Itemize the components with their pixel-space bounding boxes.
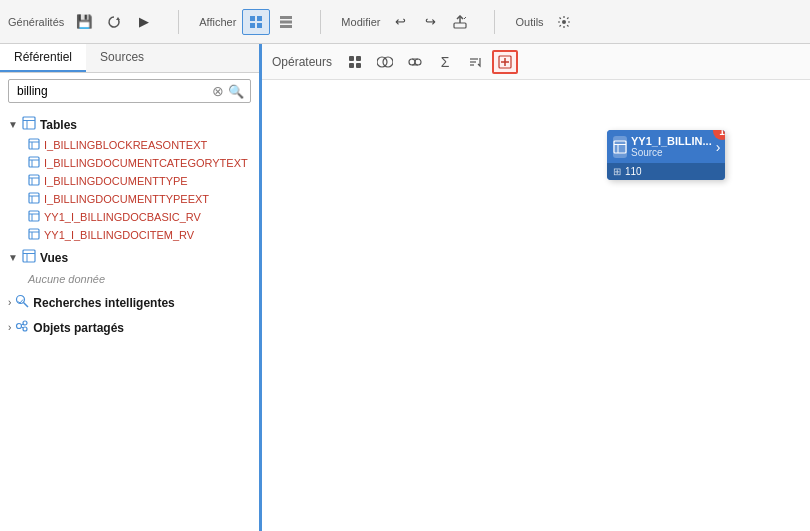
tables-section: ▼ Tables I_BILLINGBLOCKREASONTEXT bbox=[0, 113, 259, 244]
play-button[interactable]: ▶ bbox=[130, 9, 158, 35]
svg-point-36 bbox=[17, 324, 22, 329]
modifier-group: Modifier ↩ ↪ bbox=[341, 9, 474, 35]
recherches-icon bbox=[15, 294, 29, 311]
svg-line-40 bbox=[22, 327, 24, 328]
svg-rect-22 bbox=[29, 193, 39, 203]
aggregate-op-button[interactable]: Σ bbox=[432, 50, 458, 74]
outils-label: Outils bbox=[515, 16, 543, 28]
list-item[interactable]: I_BILLINGDOCUMENTTYPE bbox=[0, 172, 259, 190]
svg-point-46 bbox=[383, 57, 393, 67]
list-item[interactable]: I_BILLINGBLOCKREASONTEXT bbox=[0, 136, 259, 154]
generalites-label: Généralités bbox=[8, 16, 64, 28]
tables-label: Tables bbox=[40, 118, 77, 132]
sep2 bbox=[320, 10, 321, 34]
sep3 bbox=[494, 10, 495, 34]
tab-referentiel[interactable]: Référentiel bbox=[0, 44, 86, 72]
diagram-view-button[interactable] bbox=[242, 9, 270, 35]
search-icon[interactable]: 🔍 bbox=[226, 84, 246, 99]
svg-rect-7 bbox=[280, 25, 292, 28]
svg-point-9 bbox=[562, 20, 566, 24]
svg-rect-3 bbox=[250, 23, 255, 28]
operators-label: Opérateurs bbox=[272, 55, 332, 69]
objets-icon bbox=[15, 319, 29, 336]
recherches-label: Recherches intelligentes bbox=[33, 296, 174, 310]
source-footer: ⊞ 110 bbox=[607, 163, 725, 180]
refresh-button[interactable] bbox=[100, 9, 128, 35]
source-node[interactable]: 1 YY1_I_BILLIN... Source › ⊞ 110 bbox=[607, 130, 725, 180]
svg-rect-8 bbox=[454, 23, 466, 28]
svg-rect-42 bbox=[356, 56, 361, 61]
svg-rect-44 bbox=[356, 63, 361, 68]
clear-search-button[interactable]: ⊗ bbox=[210, 83, 226, 99]
svg-rect-31 bbox=[23, 250, 35, 262]
tables-header[interactable]: ▼ Tables bbox=[0, 113, 259, 136]
tables-chevron: ▼ bbox=[8, 119, 18, 130]
grid-op-button[interactable] bbox=[342, 50, 368, 74]
objets-section: › Objets partagés bbox=[0, 316, 259, 339]
svg-point-37 bbox=[23, 321, 27, 325]
recherches-chevron: › bbox=[8, 297, 11, 308]
table-icon bbox=[28, 138, 40, 152]
svg-line-39 bbox=[22, 324, 24, 325]
main-layout: Référentiel Sources ⊗ 🔍 ▼ Tables bbox=[0, 44, 810, 531]
table-name: I_BILLINGDOCUMENTTYPE bbox=[44, 175, 188, 187]
source-title: YY1_I_BILLIN... bbox=[631, 135, 712, 147]
objets-header[interactable]: › Objets partagés bbox=[0, 316, 259, 339]
source-count-icon: ⊞ bbox=[613, 166, 621, 177]
table-view-button[interactable] bbox=[272, 9, 300, 35]
tab-sources[interactable]: Sources bbox=[86, 44, 158, 72]
settings-button[interactable] bbox=[550, 9, 578, 35]
filter-op-button[interactable] bbox=[402, 50, 428, 74]
source-node-icon bbox=[613, 136, 627, 158]
objets-label: Objets partagés bbox=[33, 321, 124, 335]
source-count: 110 bbox=[625, 166, 642, 177]
svg-rect-13 bbox=[29, 139, 39, 149]
redo-button[interactable]: ↪ bbox=[416, 9, 444, 35]
table-name: YY1_I_BILLINGDOCBASIC_RV bbox=[44, 211, 201, 223]
list-item[interactable]: I_BILLINGDOCUMENTCATEGORYTEXT bbox=[0, 154, 259, 172]
vues-no-data: Aucune donnée bbox=[0, 269, 259, 289]
tabs: Référentiel Sources bbox=[0, 44, 259, 73]
objets-chevron: › bbox=[8, 322, 11, 333]
left-panel: Référentiel Sources ⊗ 🔍 ▼ Tables bbox=[0, 44, 262, 531]
search-input[interactable] bbox=[13, 82, 210, 100]
table-name: I_BILLINGDOCUMENTCATEGORYTEXT bbox=[44, 157, 248, 169]
list-item[interactable]: YY1_I_BILLINGDOCBASIC_RV bbox=[0, 208, 259, 226]
svg-rect-41 bbox=[349, 56, 354, 61]
join-op-button[interactable] bbox=[372, 50, 398, 74]
sort-op-button[interactable] bbox=[462, 50, 488, 74]
sep1 bbox=[178, 10, 179, 34]
tables-icon bbox=[22, 116, 36, 133]
afficher-group: Afficher bbox=[199, 9, 300, 35]
vues-section: ▼ Vues Aucune donnée bbox=[0, 246, 259, 289]
recherches-header[interactable]: › Recherches intelligentes bbox=[0, 291, 259, 314]
add-op-button[interactable] bbox=[492, 50, 518, 74]
svg-marker-0 bbox=[116, 17, 120, 20]
list-item[interactable]: YY1_I_BILLINGDOCITEM_RV bbox=[0, 226, 259, 244]
table-name: I_BILLINGBLOCKREASONTEXT bbox=[44, 139, 207, 151]
svg-point-38 bbox=[23, 327, 27, 331]
vues-header[interactable]: ▼ Vues bbox=[0, 246, 259, 269]
table-icon bbox=[28, 228, 40, 242]
undo-button[interactable]: ↩ bbox=[386, 9, 414, 35]
svg-rect-16 bbox=[29, 157, 39, 167]
source-header: YY1_I_BILLIN... Source › bbox=[607, 130, 725, 163]
list-item[interactable]: I_BILLINGDOCUMENTTYPEEXT bbox=[0, 190, 259, 208]
afficher-label: Afficher bbox=[199, 16, 236, 28]
svg-rect-10 bbox=[23, 117, 35, 129]
save-button[interactable]: 💾 bbox=[70, 9, 98, 35]
table-icon bbox=[28, 210, 40, 224]
svg-point-48 bbox=[415, 59, 421, 65]
outils-group: Outils bbox=[515, 9, 577, 35]
svg-line-35 bbox=[24, 303, 29, 308]
vues-label: Vues bbox=[40, 251, 68, 265]
table-icon bbox=[28, 156, 40, 170]
vues-icon bbox=[22, 249, 36, 266]
recherches-section: › Recherches intelligentes bbox=[0, 291, 259, 314]
table-icon bbox=[28, 174, 40, 188]
table-name: YY1_I_BILLINGDOCITEM_RV bbox=[44, 229, 194, 241]
table-name: I_BILLINGDOCUMENTTYPEEXT bbox=[44, 193, 209, 205]
export-button[interactable] bbox=[446, 9, 474, 35]
operators-bar: Opérateurs Σ bbox=[262, 44, 810, 80]
svg-rect-28 bbox=[29, 229, 39, 239]
